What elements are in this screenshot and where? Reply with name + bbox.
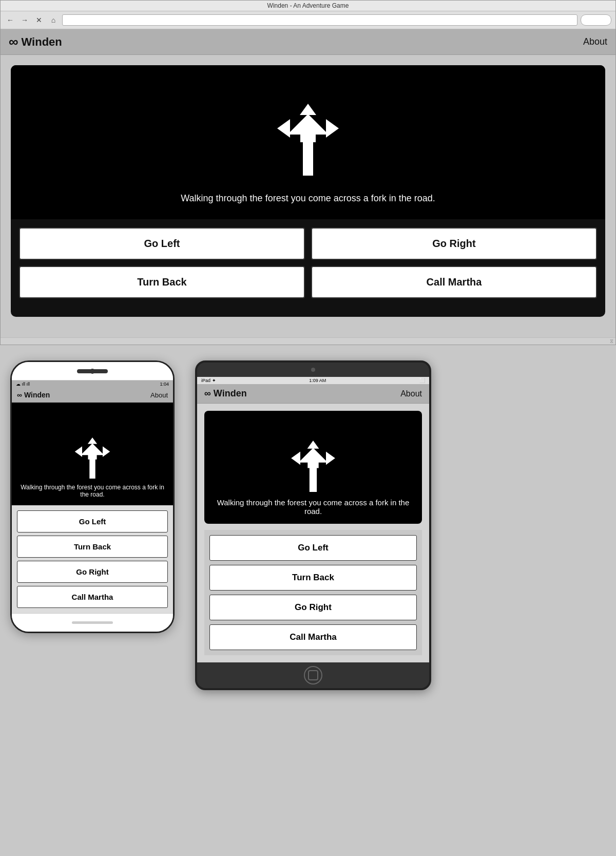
game-card: Walking through the forest you come acro… (11, 65, 605, 317)
tablet-fork-icon (290, 441, 336, 492)
choice-go-right-button[interactable]: Go Right (311, 227, 597, 260)
search-box[interactable] (581, 14, 611, 26)
svg-marker-4 (326, 119, 339, 138)
phone-home-indicator (72, 621, 113, 624)
address-bar[interactable] (62, 14, 578, 26)
phone-choice-go-right-button[interactable]: Go Right (17, 561, 168, 583)
tablet-choice-call-martha-button[interactable]: Call Martha (209, 624, 417, 650)
tablet-status-left: iPad ✦ (201, 378, 216, 383)
phone-bottom-bar (12, 613, 173, 632)
svg-marker-14 (313, 448, 328, 468)
browser-title: Winden - An Adventure Game (267, 2, 349, 9)
browser-content: Walking through the forest you come acro… (1, 55, 615, 337)
phone-button-list: Go Left Turn Back Go Right Call Martha (12, 505, 173, 613)
app-name: Winden (22, 35, 62, 49)
app-navbar: ∞ Winden About (1, 29, 615, 55)
tablet-home-inner (308, 670, 318, 680)
tablet-choice-go-left-button[interactable]: Go Left (209, 535, 417, 561)
tablet-choice-turn-back-button[interactable]: Turn Back (209, 565, 417, 591)
tablet-camera (311, 368, 315, 372)
tablet-game-card: Walking through the forest you come acro… (204, 411, 422, 524)
svg-marker-17 (307, 441, 319, 449)
svg-marker-3 (277, 119, 290, 138)
fork-road-icon (277, 104, 339, 178)
phone-choice-go-left-button[interactable]: Go Left (17, 510, 168, 532)
tablet-top-bar (197, 363, 429, 377)
tablet-app-bar: ∞ Winden About (197, 384, 429, 404)
svg-marker-1 (287, 114, 308, 142)
tablet-status-center: 1:09 AM (309, 378, 326, 383)
game-scene: Walking through the forest you come acro… (11, 65, 605, 219)
browser-toolbar: ← → ✕ ⌂ (1, 11, 615, 29)
tablet-bottom-bar (197, 662, 429, 688)
phone-app-logo: ∞ Winden (17, 391, 50, 399)
svg-marker-7 (81, 443, 92, 459)
svg-marker-8 (92, 443, 104, 459)
tablet-status-right: ⬜ (419, 378, 425, 383)
phone-camera (90, 369, 95, 374)
tablet-button-list: Go Left Turn Back Go Right Call Martha (204, 530, 422, 655)
tablet-about-link[interactable]: About (400, 389, 422, 398)
tablet-status-bar: iPad ✦ 1:09 AM ⬜ (197, 377, 429, 384)
devices-row: ☁ ıll ıll 1:04 ∞ Winden About Walking th… (0, 345, 616, 706)
tablet-scene: Walking through the forest you come acro… (204, 411, 422, 524)
phone-about-link[interactable]: About (150, 391, 168, 399)
tablet-home-button[interactable] (304, 666, 322, 684)
back-button[interactable]: ← (5, 14, 16, 26)
app-logo: ∞ Winden (9, 34, 62, 50)
svg-marker-16 (326, 451, 335, 465)
browser-frame: Winden - An Adventure Game ← → ✕ ⌂ ∞ Win… (0, 0, 616, 345)
tablet-frame: iPad ✦ 1:09 AM ⬜ ∞ Winden About (195, 360, 431, 690)
svg-rect-0 (303, 140, 313, 176)
browser-scrollbar: ⧖ (1, 337, 615, 345)
home-button[interactable]: ⌂ (48, 14, 59, 26)
phone-choice-turn-back-button[interactable]: Turn Back (17, 536, 168, 558)
svg-rect-12 (310, 466, 317, 492)
phone-status-right: 1:04 (160, 382, 169, 387)
phone-choice-call-martha-button[interactable]: Call Martha (17, 586, 168, 608)
browser-titlebar: Winden - An Adventure Game (1, 1, 615, 11)
phone-status-left: ☁ ıll ıll (16, 382, 30, 387)
choice-grid: Go Left Go Right Turn Back Call Martha (11, 219, 605, 307)
phone-narrative: Walking through the forest you come acro… (19, 484, 166, 498)
phone-scene: Walking through the forest you come acro… (12, 403, 173, 505)
tablet-choice-go-right-button[interactable]: Go Right (209, 595, 417, 620)
svg-marker-11 (88, 437, 97, 444)
phone-app-bar: ∞ Winden About (12, 388, 173, 403)
svg-marker-5 (300, 104, 316, 115)
tablet-content: Walking through the forest you come acro… (197, 404, 429, 662)
svg-rect-6 (89, 458, 95, 479)
phone-app-name: Winden (24, 391, 50, 399)
infinity-icon: ∞ (9, 34, 18, 50)
phone-status-bar: ☁ ıll ıll 1:04 (12, 381, 173, 388)
phone-frame: ☁ ıll ıll 1:04 ∞ Winden About Walking th… (10, 360, 175, 633)
scrollbar-grip: ⧖ (610, 338, 613, 345)
svg-marker-2 (308, 114, 329, 142)
svg-marker-10 (103, 446, 110, 457)
phone-infinity-icon: ∞ (17, 391, 22, 399)
svg-marker-9 (75, 446, 82, 457)
game-narrative: Walking through the forest you come acro… (170, 188, 446, 209)
tablet-app-name: Winden (214, 388, 247, 399)
svg-marker-13 (298, 448, 313, 468)
phone-fork-icon (74, 437, 110, 479)
tablet-app-logo: ∞ Winden (204, 388, 247, 399)
about-link[interactable]: About (583, 36, 607, 47)
choice-go-left-button[interactable]: Go Left (19, 227, 305, 260)
tablet-narrative: Walking through the forest you come acro… (213, 498, 414, 516)
phone-top-bar (12, 362, 173, 381)
choice-turn-back-button[interactable]: Turn Back (19, 266, 305, 298)
forward-button[interactable]: → (19, 14, 30, 26)
svg-marker-15 (291, 451, 300, 465)
close-button[interactable]: ✕ (33, 14, 45, 26)
choice-call-martha-button[interactable]: Call Martha (311, 266, 597, 298)
tablet-infinity-icon: ∞ (204, 388, 211, 399)
